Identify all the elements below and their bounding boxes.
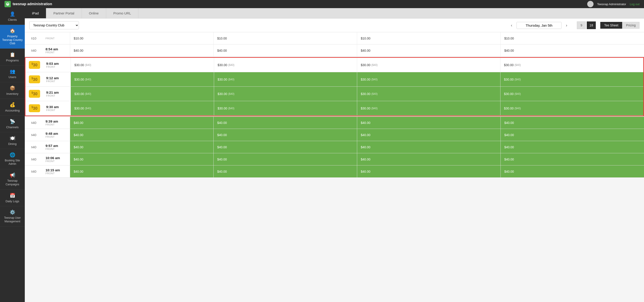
price-badge-special: $30 [26, 72, 44, 86]
price-cell-green[interactable]: $40.00 [214, 166, 357, 177]
price-cell-green[interactable]: $40.00 [357, 117, 500, 129]
original-price: ($40) [228, 107, 234, 110]
table-row: $40 10:06 am FRONT $40.00 $40.00 $40.00 … [25, 153, 644, 166]
price-cell-green[interactable]: $30.00 ($40) [70, 87, 214, 101]
logo-area: teesnap administration [4, 1, 52, 7]
price-cell[interactable]: $10.00 [214, 32, 357, 44]
sidebar-item-booking-site-admin[interactable]: 🌐 Booking Site Admin [0, 149, 25, 169]
price-cells: $40.00 $40.00 $40.00 $40.00 [70, 141, 644, 153]
sidebar-item-channels[interactable]: 📡 Channels [0, 115, 25, 132]
price-cell-green[interactable]: $30.00 ($40) [357, 101, 500, 115]
price-cell-green[interactable]: $40.00 [357, 129, 500, 141]
price-cell[interactable]: $10.00 [70, 32, 214, 44]
sidebar-item-clients[interactable]: 👤 Clients [0, 8, 25, 25]
sidebar-item-user-management[interactable]: ⚙️ Teesnap User Management [0, 206, 25, 227]
time-label: FRONT [46, 160, 67, 163]
time-cell: 9:21 am FRONT [44, 87, 70, 101]
price-cell-green[interactable]: $40.00 [214, 153, 357, 165]
sidebar-item-programs[interactable]: 📋 Programs [0, 49, 25, 65]
pricing-table: $10 FRONT $10.00 $10.00 $10.00 $10.00 $4… [25, 32, 644, 302]
tab-online[interactable]: Online [82, 8, 106, 18]
sidebar-item-accounting[interactable]: 💰 Accounting [0, 99, 25, 115]
original-price: ($40) [85, 63, 91, 67]
inventory-icon: 📦 [10, 85, 15, 91]
price-cell[interactable]: $40.00 [214, 45, 357, 56]
price-cell-green[interactable]: $40.00 [500, 166, 644, 177]
booking-site-icon: 🌐 [10, 152, 15, 158]
price-cell-green[interactable]: $30.00 ($40) [500, 72, 644, 86]
tab-ipad[interactable]: iPad [25, 8, 46, 18]
tab-partner-portal[interactable]: Partner Portal [46, 8, 82, 18]
price-cell-green[interactable]: $40.00 [70, 129, 214, 141]
tee-sheet-view-button[interactable]: Tee Sheet [600, 22, 622, 29]
price-badge-yellow: $30 [29, 104, 40, 112]
price-cell-green[interactable]: $40.00 [70, 153, 214, 165]
price-cell-green[interactable]: $30.00 ($40) [214, 101, 357, 115]
time-cell: 9:57 am FRONT [43, 141, 70, 153]
next-date-button[interactable]: › [563, 22, 570, 29]
price-cell-green[interactable]: $30.00 ($40) [70, 101, 214, 115]
price-cell-green[interactable]: $30.00 ($40) [500, 87, 644, 101]
time-cell: 9:03 am FRONT [44, 58, 70, 72]
price-cell-green[interactable]: $30.00 ($40) [214, 87, 357, 101]
price-cells: $40.00 $40.00 $40.00 $40.00 [70, 153, 644, 165]
view-group: Tee Sheet Pricing [600, 22, 640, 29]
price-cell-green[interactable]: $30.00 ($40) [70, 72, 214, 86]
sidebar-item-teesnap-campaigns[interactable]: 📢 Teesnap Campaigns [0, 169, 25, 190]
price-cell-green[interactable]: $40.00 [70, 141, 214, 153]
prev-date-button[interactable]: ‹ [508, 22, 515, 29]
table-row: $40 9:48 am FRONT $40.00 $40.00 $40.00 $… [25, 129, 644, 141]
hole-18-button[interactable]: 18 [587, 22, 596, 29]
price-cell-green[interactable]: $40.00 [500, 153, 644, 165]
logo-icon [4, 1, 11, 7]
table-row-highlighted: $30 9:03 am FRONT $30.00 ($40) $30.00 ($… [26, 58, 643, 72]
club-select[interactable]: Teesnap Country Club [29, 21, 79, 29]
avatar [587, 1, 594, 7]
price-cell-green[interactable]: $40.00 [214, 117, 357, 129]
price-cell-green[interactable]: $40.00 [500, 129, 644, 141]
sidebar-item-daily-logs[interactable]: 📅 Daily Logs [0, 190, 25, 206]
price-cell[interactable]: $30.00 ($40) [357, 58, 500, 72]
price-cell[interactable]: $30.00 ($40) [214, 58, 357, 72]
original-price: ($40) [514, 107, 521, 110]
user-mgmt-icon: ⚙️ [10, 209, 15, 215]
logout-link[interactable]: Log out [630, 3, 640, 6]
price-cell-green[interactable]: $30.00 ($40) [500, 101, 644, 115]
price-cell[interactable]: $10.00 [357, 32, 500, 44]
time-value: 9:57 am [46, 144, 67, 147]
highlight-group: $30 9:03 am FRONT $30.00 ($40) $30.00 ($… [25, 57, 644, 116]
price-cell-green[interactable]: $40.00 [70, 166, 214, 177]
sidebar-label-programs: Programs [6, 59, 19, 62]
price-cell-green[interactable]: $40.00 [70, 117, 214, 129]
time-cell: 9:48 am FRONT [43, 129, 70, 141]
price-cell-green[interactable]: $40.00 [357, 166, 500, 177]
price-cell-green[interactable]: $40.00 [214, 129, 357, 141]
sidebar-item-property[interactable]: 🏠 PropertyTeesnap Country Club [0, 25, 25, 49]
sidebar-item-dining[interactable]: 🍽️ Dining [0, 132, 25, 149]
price-cell[interactable]: $10.00 [500, 32, 644, 44]
hole-9-button[interactable]: 9 [577, 22, 586, 29]
sidebar-item-users[interactable]: 👥 Users [0, 65, 25, 82]
sidebar-label-user-mgmt: Teesnap User Management [2, 216, 23, 223]
tab-bar: iPad Partner Portal Online Promo URL [25, 8, 644, 19]
price-cell[interactable]: $40.00 [500, 45, 644, 56]
table-row: $40 9:57 am FRONT $40.00 $40.00 $40.00 $… [25, 141, 644, 153]
sidebar-item-inventory[interactable]: 📦 Inventory [0, 82, 25, 99]
pricing-view-button[interactable]: Pricing [622, 22, 640, 29]
price-cell-green[interactable]: $40.00 [214, 141, 357, 153]
price-cell-green[interactable]: $30.00 ($40) [214, 72, 357, 86]
price-cell-green[interactable]: $40.00 [500, 141, 644, 153]
tab-promo-url[interactable]: Promo URL [106, 8, 138, 18]
time-cell: 9:12 am FRONT [44, 72, 70, 86]
price-cell-green[interactable]: $40.00 [357, 141, 500, 153]
original-price: ($40) [228, 78, 234, 81]
price-cell-green[interactable]: $30.00 ($40) [357, 87, 500, 101]
price-cell-green[interactable]: $40.00 [357, 153, 500, 165]
sidebar-label-inventory: Inventory [6, 92, 18, 95]
price-cell[interactable]: $40.00 [70, 45, 214, 56]
price-cell-green[interactable]: $40.00 [500, 117, 644, 129]
price-cell[interactable]: $40.00 [357, 45, 500, 56]
price-cell-green[interactable]: $30.00 ($40) [357, 72, 500, 86]
price-cell[interactable]: $30.00 ($40) [70, 58, 214, 72]
price-cell[interactable]: $30.00 ($40) [500, 58, 644, 72]
